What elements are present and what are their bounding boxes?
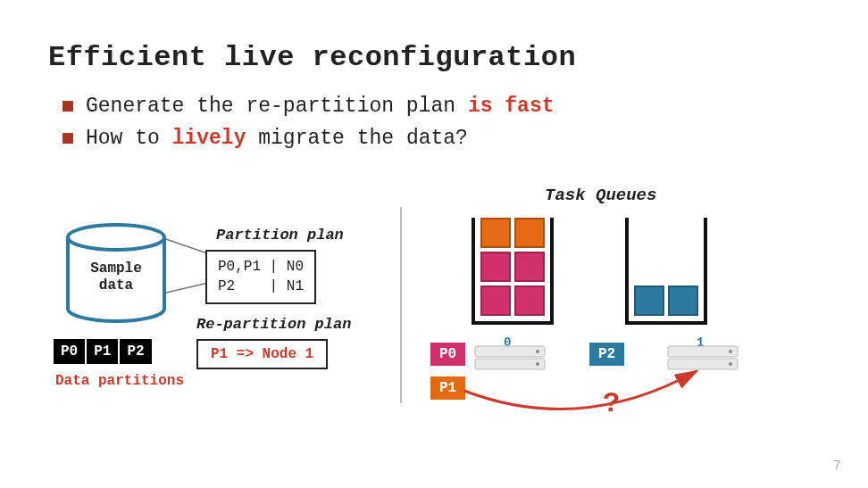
bullet-square-icon: [63, 101, 73, 112]
data-partitions-caption: Data partitions: [55, 373, 184, 389]
bullet-2-pre: How to: [86, 127, 172, 150]
bullet-1-text: Generate the re-partition plan is fast: [86, 95, 555, 118]
svg-point-2: [68, 225, 164, 250]
queue-1-tasks: [634, 285, 698, 316]
queue-1: [625, 218, 707, 325]
bullet-list: Generate the re-partition plan is fast H…: [63, 95, 555, 159]
queue-0-tasks: [480, 218, 545, 316]
partition-plan-label: Partition plan: [216, 227, 344, 244]
bullet-2-em: lively: [172, 127, 246, 150]
task-icon: [514, 218, 545, 248]
page-number: 7: [833, 459, 841, 474]
bullet-1: Generate the re-partition plan is fast: [63, 95, 555, 118]
svg-point-9: [729, 350, 732, 353]
dp-p0: P0: [54, 339, 87, 364]
task-queues-label: Task Queues: [545, 186, 656, 205]
badge-p2: P2: [589, 343, 624, 366]
bullet-2: How to lively migrate the data?: [63, 127, 555, 150]
bullet-2-text: How to lively migrate the data?: [86, 127, 468, 150]
svg-point-5: [536, 350, 539, 353]
repartition-plan-label: Re-partition plan: [196, 316, 351, 333]
task-icon: [668, 285, 698, 316]
task-icon: [514, 252, 545, 282]
task-icon: [480, 285, 511, 316]
question-mark: ?: [603, 387, 620, 420]
plan-row-2: P2 | N1: [218, 277, 304, 296]
slide-title: Efficient live reconfiguration: [48, 41, 576, 74]
dp-p1: P1: [87, 339, 120, 364]
queue-0: [472, 218, 554, 325]
task-icon: [480, 218, 511, 248]
bullet-1-pre: Generate the re-partition plan: [86, 95, 468, 118]
plan-row-1: P0,P1 | N0: [218, 257, 304, 277]
repartition-plan-box: P1 => Node 1: [196, 339, 328, 369]
badge-p0: P0: [430, 343, 465, 366]
task-icon: [514, 285, 545, 316]
bullet-2-post: migrate the data?: [246, 127, 467, 150]
cylinder-text: Sample data: [63, 261, 170, 294]
partition-plan-box: P0,P1 | N0 P2 | N1: [205, 250, 316, 304]
task-icon: [480, 252, 511, 282]
data-partitions-row: P0 P1 P2: [54, 339, 152, 364]
migration-arrow-icon: [455, 364, 741, 426]
cylinder-line2: data: [99, 277, 133, 294]
svg-rect-7: [668, 346, 738, 357]
sample-data-cylinder: Sample data: [63, 230, 170, 328]
task-icon: [634, 285, 664, 316]
vertical-divider: [400, 207, 402, 403]
bullet-1-em: is fast: [468, 95, 555, 118]
svg-rect-3: [475, 346, 545, 357]
cylinder-line1: Sample: [90, 261, 142, 277]
bullet-square-icon: [63, 133, 73, 144]
dp-p2: P2: [120, 339, 151, 364]
